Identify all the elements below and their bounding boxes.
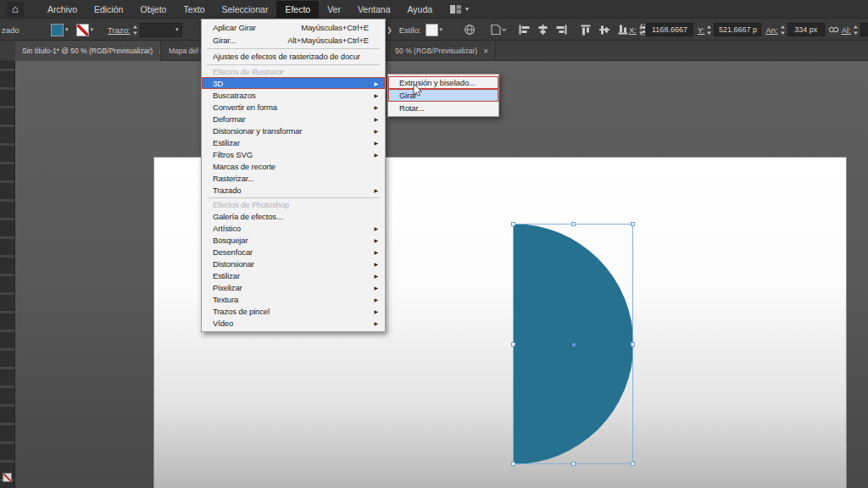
menu-item[interactable]: Desenfocar ▶ [202,246,385,258]
menubar-item[interactable]: Texto [175,1,213,18]
fill-color-swatch[interactable] [51,24,64,36]
menu-item[interactable]: Aplicar Girar Mayúsculas+Ctrl+E [202,21,385,34]
selection-handle[interactable] [571,222,576,226]
menu-item-label: Distorsionar [213,259,360,269]
menu-item-label: Pixelizar [213,283,360,292]
width-stepper[interactable] [780,25,786,36]
constrain-proportions-toggle[interactable] [828,25,839,35]
menubar-item[interactable]: Objeto [131,1,175,18]
menu-item-label: Artístico [213,224,360,233]
workspace-switcher[interactable]: ▾ [449,4,469,14]
x-label[interactable]: X: [629,25,637,35]
menu-item[interactable]: Girar... Alt+Mayúsculas+Ctrl+E [202,34,385,47]
canvas-workspace [0,61,868,488]
submenu-arrow-icon: ▶ [372,320,378,326]
y-value-field[interactable]: 521.6667 p [714,23,761,36]
selection-handle[interactable] [631,342,635,347]
menubar-item[interactable]: Efecto [276,1,319,18]
y-label[interactable]: Y: [698,25,704,35]
height-label[interactable]: Al: [842,25,851,35]
align-middle-icon [598,24,611,36]
menu-item[interactable]: Buscatrazos ▶ [202,89,385,101]
expander-chevron[interactable]: ❯ [387,26,392,34]
menu-item[interactable]: Deformar ▶ [202,113,385,125]
close-tab-icon[interactable]: × [483,47,488,56]
selection-handle[interactable] [631,222,635,226]
selection-handle[interactable] [511,342,515,347]
width-value-field[interactable]: 334 px [787,23,825,36]
home-icon[interactable]: ⌂ [7,2,24,17]
x-stepper[interactable] [638,25,644,36]
selection-handle[interactable] [511,462,515,466]
3d-submenu: Extrusión y biselado... Girar Rotar... [387,74,499,117]
arrange-document-button[interactable] [489,24,506,36]
align-center-button[interactable] [537,24,549,36]
y-stepper[interactable] [706,25,712,36]
submenu-item[interactable]: Girar [388,89,498,102]
chevron-down-icon[interactable]: ▾ [65,26,69,33]
tools-panel[interactable] [0,61,15,488]
menu-item[interactable]: Estilizar ▶ [202,136,385,148]
menu-item[interactable]: Rasterizar... [202,172,385,184]
shape-center-point[interactable] [572,343,576,347]
align-middle-button[interactable] [598,24,611,36]
menu-item[interactable]: Estilizar ▶ [202,269,385,281]
height-value-field[interactable]: 668 p [860,23,868,36]
menu-item-label: Distorsionar y transformar [213,126,360,136]
menu-item[interactable]: Pixelizar ▶ [202,281,385,293]
style-swatch[interactable] [426,24,438,36]
menubar-item[interactable]: Ver [319,1,349,18]
menu-item-label: Trazado [213,186,360,195]
menu-item[interactable]: Trazado ▶ [202,184,385,196]
stroke-weight-dropdown[interactable]: ▾ [140,23,182,37]
menu-item[interactable]: Distorsionar ▶ [202,258,385,269]
selection-handle[interactable] [511,222,515,226]
stroke-weight-stepper[interactable] [132,25,138,36]
menu-item[interactable]: Textura ▶ [202,293,385,305]
stroke-weight-label[interactable]: Trazo: [108,25,131,35]
menu-item[interactable]: Ajustes de efectos de rasterizado de doc… [202,50,385,63]
menu-item[interactable]: 3D ▶ [202,77,385,89]
submenu-item[interactable]: Rotar... [388,102,498,114]
submenu-item[interactable]: Extrusión y biselado... [388,76,498,89]
menu-item[interactable]: Bosquejar ▶ [202,234,385,246]
stroke-color-swatch[interactable] [76,24,89,36]
width-label[interactable]: An: [765,25,777,35]
chevron-down-icon[interactable]: ▾ [91,26,94,33]
align-top-button[interactable] [580,24,593,36]
selection-handle[interactable] [631,462,635,466]
menu-item[interactable]: Marcas de recorte [202,160,385,172]
selection-handle[interactable] [571,462,576,466]
menubar-item[interactable]: Ayuda [398,1,441,18]
close-tab-icon[interactable]: × [159,47,161,56]
menu-item-label: 3D [213,79,360,88]
menu-item[interactable]: Galería de efectos... [202,210,385,222]
menu-item-label: Vídeo [213,319,360,328]
align-bottom-icon [617,24,630,36]
height-stepper[interactable] [853,25,859,36]
menu-bar: ⌂ ArchivoEdiciónObjetoTextoSeleccionarEf… [0,0,868,19]
document-setup-globe[interactable] [464,24,476,36]
menu-item[interactable]: Artístico ▶ [202,222,385,234]
align-bottom-button[interactable] [617,24,630,36]
menu-item[interactable]: Convertir en forma ▶ [202,101,385,113]
menubar-item[interactable]: Archivo [39,1,86,18]
align-left-button[interactable] [518,24,531,36]
align-right-button[interactable] [555,24,568,36]
chevron-down-icon[interactable]: ▾ [440,26,443,33]
menu-item[interactable]: Trazos de pincel ▶ [202,305,385,317]
x-value-field[interactable]: 1168.6667 [646,23,693,36]
menu-item[interactable]: Vídeo ▶ [202,317,385,329]
menu-item[interactable]: Distorsionar y transformar ▶ [202,125,385,136]
menubar-item[interactable]: Ventana [349,1,399,18]
submenu-arrow-icon: ▶ [372,225,378,231]
stepper-arrows-icon [706,25,712,36]
chevron-down-icon: ▾ [175,26,179,33]
menu-item: Efectos de Illustrator [202,66,385,77]
workspace-grid-icon [449,4,462,14]
menu-item[interactable]: Filtros SVG ▶ [202,148,385,160]
menubar-item[interactable]: Seleccionar [214,1,277,18]
document-tab[interactable]: Sin título-1* @ 50 % (RGB/Previsualizar)… [15,41,161,61]
menubar-item[interactable]: Edición [86,1,131,18]
submenu-arrow-icon: ▶ [372,128,378,134]
